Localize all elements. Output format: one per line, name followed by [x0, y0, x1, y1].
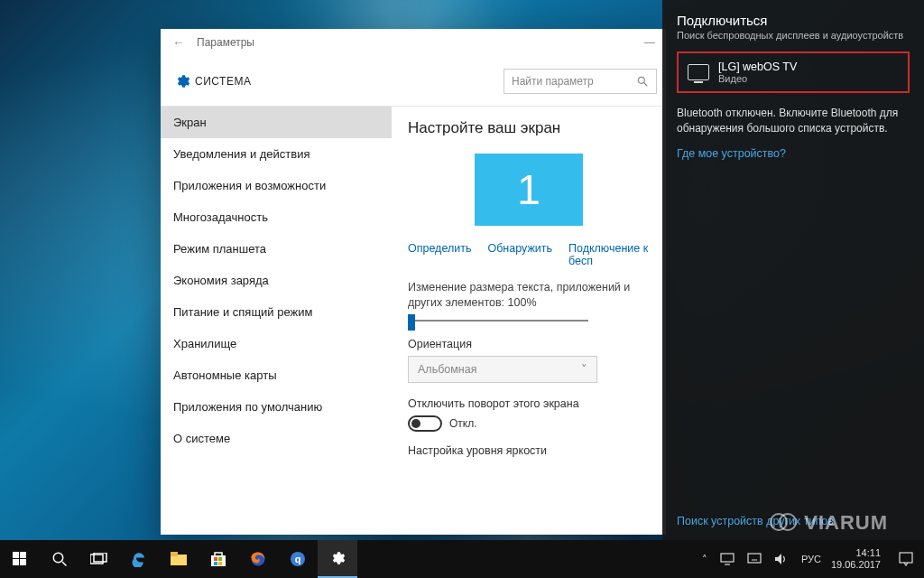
search-taskbar-icon[interactable]: [40, 540, 79, 578]
tray-clock[interactable]: 14:11 19.06.2017: [827, 540, 888, 578]
sidebar-item[interactable]: Уведомления и действия: [161, 138, 392, 170]
start-button[interactable]: [0, 540, 40, 578]
svg-rect-22: [748, 554, 761, 563]
connect-panel: Подключиться Поиск беспроводных дисплеев…: [662, 0, 924, 540]
where-device-link[interactable]: Где мое устройство?: [677, 147, 910, 160]
sidebar-item[interactable]: О системе: [161, 423, 392, 454]
header-row: СИСТЕМА Найти параметр: [161, 56, 666, 107]
sidebar-item[interactable]: Хранилище: [161, 328, 392, 359]
edge-icon[interactable]: [119, 540, 159, 578]
svg-rect-16: [218, 562, 222, 565]
search-icon: [636, 75, 649, 88]
svg-rect-11: [171, 552, 178, 556]
file-explorer-icon[interactable]: [159, 540, 199, 578]
svg-rect-13: [214, 557, 217, 561]
svg-rect-5: [20, 559, 26, 565]
connect-wireless-link[interactable]: Подключение к бесп: [568, 242, 650, 267]
taskbar: q ˄ РУС 14:11 19.06.2017: [0, 540, 924, 578]
sidebar-item[interactable]: Автономные карты: [161, 359, 392, 391]
tray-language[interactable]: РУС: [795, 540, 827, 578]
scale-label: Изменение размера текста, приложений и д…: [408, 280, 650, 311]
sidebar-item[interactable]: Приложения и возможности: [161, 170, 392, 201]
svg-rect-14: [218, 557, 222, 561]
firefox-icon[interactable]: [238, 540, 278, 578]
gear-icon: [174, 73, 190, 89]
minimize-icon[interactable]: —: [641, 36, 659, 49]
device-type: Видео: [718, 73, 797, 84]
tray-network-icon[interactable]: [741, 540, 768, 578]
watermark: VIARUM: [770, 511, 888, 535]
svg-rect-2: [13, 552, 19, 558]
search-input[interactable]: Найти параметр: [504, 69, 657, 94]
header-label: СИСТЕМА: [195, 75, 251, 88]
scale-slider[interactable]: [408, 320, 588, 322]
bluetooth-message: Bluetooth отключен. Включите Bluetooth д…: [677, 106, 910, 136]
tray-volume-icon[interactable]: [768, 540, 795, 578]
svg-line-7: [62, 562, 67, 566]
window-title: Параметры: [197, 36, 254, 49]
brightness-label: Настройка уровня яркости: [408, 444, 650, 457]
display-links: Определить Обнаружить Подключение к бесп: [408, 242, 650, 267]
device-name: [LG] webOS TV: [718, 61, 797, 73]
rotation-lock-label: Отключить поворот этого экрана: [408, 397, 650, 410]
sidebar-item[interactable]: Питание и спящий режим: [161, 296, 392, 328]
task-view-icon[interactable]: [79, 540, 119, 578]
monitor-icon: [688, 64, 709, 80]
store-icon[interactable]: [199, 540, 238, 578]
svg-point-6: [53, 553, 63, 563]
connect-subtitle: Поиск беспроводных дисплеев и аудиоустро…: [677, 30, 910, 41]
settings-content: Настройте ваш экран 1 Определить Обнаруж…: [392, 107, 666, 535]
back-icon[interactable]: ←: [168, 35, 189, 50]
detect-link[interactable]: Обнаружить: [487, 242, 552, 267]
svg-marker-24: [775, 554, 781, 564]
svg-rect-25: [900, 553, 912, 563]
orientation-dropdown[interactable]: Альбомная ˅: [408, 356, 597, 383]
chevron-down-icon: ˅: [581, 362, 587, 376]
device-item[interactable]: [LG] webOS TV Видео: [677, 51, 910, 93]
svg-rect-4: [13, 559, 19, 565]
rotation-lock-toggle[interactable]: [408, 415, 442, 432]
slider-thumb[interactable]: [408, 314, 415, 331]
sidebar-item[interactable]: Экран: [161, 107, 392, 138]
sidebar-item[interactable]: Многозадачность: [161, 201, 392, 233]
svg-line-1: [644, 82, 648, 86]
qbittorrent-icon[interactable]: q: [278, 540, 318, 578]
tray-chevron-icon[interactable]: ˄: [696, 540, 714, 578]
orientation-label: Ориентация: [408, 338, 650, 350]
tray-monitor-icon[interactable]: [714, 540, 741, 578]
settings-sidebar: ЭкранУведомления и действияПриложения и …: [161, 107, 392, 535]
svg-point-0: [638, 77, 644, 83]
sidebar-item[interactable]: Экономия заряда: [161, 265, 392, 296]
display-preview[interactable]: 1: [475, 154, 583, 226]
svg-rect-15: [214, 562, 217, 565]
content-heading: Настройте ваш экран: [408, 119, 650, 137]
window-titlebar: ← Параметры —: [161, 29, 666, 56]
sidebar-item[interactable]: Режим планшета: [161, 233, 392, 265]
identify-link[interactable]: Определить: [408, 242, 471, 267]
settings-taskbar-icon[interactable]: [318, 540, 357, 578]
svg-text:q: q: [295, 554, 301, 564]
connect-title: Подключиться: [677, 13, 910, 28]
svg-rect-3: [20, 552, 26, 558]
svg-rect-20: [721, 554, 734, 562]
search-placeholder: Найти параметр: [512, 75, 594, 88]
action-center-icon[interactable]: [888, 540, 924, 578]
toggle-state-label: Откл.: [449, 417, 477, 430]
sidebar-item[interactable]: Приложения по умолчанию: [161, 391, 392, 423]
settings-window: ← Параметры — СИСТЕМА Найти параметр Экр…: [161, 29, 666, 535]
system-tray: ˄ РУС 14:11 19.06.2017: [696, 540, 924, 578]
